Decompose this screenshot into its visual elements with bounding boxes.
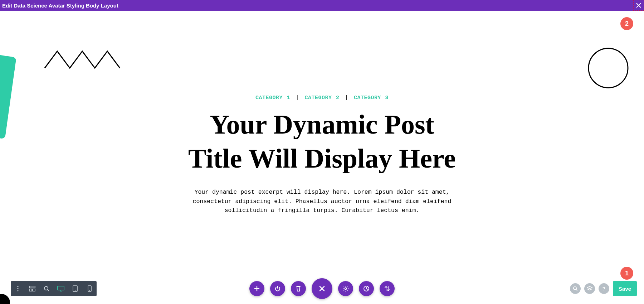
editor-top-bar: Edit Data Science Avatar Styling Body La… bbox=[0, 0, 644, 11]
svg-rect-6 bbox=[29, 286, 35, 288]
close-button[interactable] bbox=[633, 0, 644, 11]
mobile-icon bbox=[88, 285, 92, 292]
zoom-button[interactable] bbox=[39, 281, 54, 296]
hero-section: CATEGORY 1 | CATEGORY 2 | CATEGORY 3 You… bbox=[186, 95, 458, 215]
layers-button[interactable] bbox=[584, 283, 595, 294]
svg-point-0 bbox=[589, 48, 628, 88]
trash-icon bbox=[296, 285, 301, 292]
clock-icon bbox=[363, 285, 370, 292]
save-button[interactable]: Save bbox=[613, 281, 637, 296]
plus-icon bbox=[254, 286, 260, 291]
svg-point-15 bbox=[574, 287, 576, 290]
svg-point-4 bbox=[17, 288, 18, 289]
svg-rect-7 bbox=[29, 289, 32, 291]
sort-button[interactable] bbox=[380, 281, 395, 296]
category-separator: | bbox=[345, 95, 348, 101]
layers-icon bbox=[587, 286, 592, 291]
svg-point-3 bbox=[17, 286, 18, 287]
zoom-icon bbox=[44, 286, 49, 291]
black-blob-decoration bbox=[0, 294, 10, 304]
editor-canvas: CATEGORY 1 | CATEGORY 2 | CATEGORY 3 You… bbox=[0, 11, 644, 304]
search-button[interactable] bbox=[570, 283, 581, 294]
mobile-view-button[interactable] bbox=[82, 281, 97, 296]
close-icon bbox=[636, 3, 641, 8]
center-action-toolbar bbox=[249, 278, 395, 299]
category-separator: | bbox=[296, 95, 299, 101]
tablet-icon bbox=[73, 285, 78, 292]
svg-rect-10 bbox=[58, 286, 64, 290]
category-list: CATEGORY 1 | CATEGORY 2 | CATEGORY 3 bbox=[186, 95, 458, 101]
save-label: Save bbox=[619, 286, 631, 292]
svg-point-1 bbox=[345, 288, 347, 290]
teal-decoration bbox=[0, 54, 16, 139]
desktop-view-button[interactable] bbox=[54, 281, 68, 296]
wireframe-button[interactable] bbox=[25, 281, 39, 296]
search-icon bbox=[573, 286, 578, 291]
annotation-badge-2: 2 bbox=[620, 17, 633, 30]
menu-button[interactable] bbox=[11, 281, 25, 296]
right-action-toolbar: ? Save bbox=[570, 281, 637, 296]
circle-decoration bbox=[587, 47, 630, 90]
tablet-view-button[interactable] bbox=[68, 281, 82, 296]
category-link-3[interactable]: CATEGORY 3 bbox=[354, 95, 389, 101]
left-view-toolbar bbox=[11, 281, 97, 296]
svg-point-9 bbox=[44, 286, 48, 290]
category-link-1[interactable]: CATEGORY 1 bbox=[255, 95, 290, 101]
annotation-badge-1: 1 bbox=[620, 267, 633, 280]
editor-title: Edit Data Science Avatar Styling Body La… bbox=[2, 3, 118, 9]
question-icon: ? bbox=[602, 286, 606, 291]
help-button[interactable]: ? bbox=[599, 283, 609, 294]
power-icon bbox=[274, 285, 281, 292]
close-toolbar-button[interactable] bbox=[312, 278, 332, 299]
wireframe-icon bbox=[29, 286, 35, 291]
svg-point-14 bbox=[89, 290, 90, 291]
add-button[interactable] bbox=[249, 281, 264, 296]
post-title: Your Dynamic Post Title Will Display Her… bbox=[186, 107, 458, 175]
desktop-icon bbox=[57, 286, 64, 291]
zigzag-decoration bbox=[43, 48, 122, 70]
svg-rect-8 bbox=[33, 289, 35, 291]
post-excerpt: Your dynamic post excerpt will display h… bbox=[186, 188, 458, 215]
close-icon bbox=[318, 285, 326, 292]
dots-vertical-icon bbox=[17, 286, 19, 291]
gear-icon bbox=[342, 285, 349, 292]
svg-point-12 bbox=[75, 290, 75, 291]
history-button[interactable] bbox=[359, 281, 374, 296]
power-button[interactable] bbox=[270, 281, 285, 296]
arrows-up-down-icon bbox=[384, 285, 390, 292]
category-link-2[interactable]: CATEGORY 2 bbox=[304, 95, 339, 101]
settings-button[interactable] bbox=[338, 281, 353, 296]
svg-point-5 bbox=[17, 290, 18, 291]
delete-button[interactable] bbox=[291, 281, 306, 296]
